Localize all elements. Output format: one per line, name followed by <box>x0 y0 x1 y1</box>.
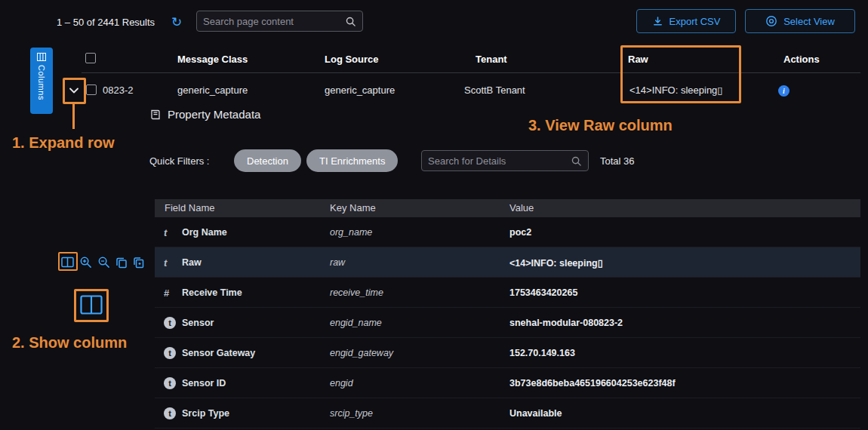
detail-row-org-name[interactable]: t Org Name org_name poc2 <box>155 217 860 247</box>
field-value: 152.70.149.163 <box>509 348 575 358</box>
detail-row-receive-time[interactable]: # Receive Time receive_time 175346342026… <box>155 278 860 308</box>
text-type-circle-icon: t <box>164 377 176 389</box>
columns-tab-label: Columns <box>37 65 46 100</box>
expand-row-connector-line <box>72 104 75 129</box>
row-tenant: ScottB Tenant <box>464 84 525 96</box>
field-name: Receive Time <box>182 287 242 298</box>
col-header-message-class: Message Class <box>177 54 248 65</box>
export-csv-label: Export CSV <box>669 16 721 27</box>
page-search <box>196 11 363 32</box>
field-value: 1753463420265 <box>509 287 577 298</box>
row-checkbox[interactable] <box>86 84 97 95</box>
detail-toolbar <box>61 256 145 269</box>
info-icon[interactable]: i <box>778 85 790 97</box>
show-column-icon-large[interactable] <box>80 295 103 315</box>
key-name: org_name <box>330 227 372 238</box>
details-search <box>421 150 589 171</box>
field-value: 3b73e8d6beba465196604253e623f48f <box>509 378 676 389</box>
select-view-button[interactable]: Select View <box>745 9 855 33</box>
detail-col-value: Value <box>509 202 534 213</box>
detail-col-key-name: Key Name <box>330 202 376 213</box>
property-metadata-title: Property Metadata <box>168 108 260 121</box>
col-header-log-source: Log Source <box>325 54 379 65</box>
download-icon <box>652 16 663 27</box>
col-header-tenant: Tenant <box>476 54 507 65</box>
property-metadata-header: Property Metadata <box>149 108 260 121</box>
detail-row-sensor[interactable]: t Sensor engid_name snehal-modular-08082… <box>155 308 860 338</box>
field-name: Sensor <box>182 318 214 328</box>
details-search-icon <box>571 155 582 167</box>
annotation-expand-row: 1. Expand row <box>12 134 115 152</box>
refresh-icon[interactable]: ↻ <box>171 16 182 29</box>
field-name: Org Name <box>182 227 227 238</box>
copy-icon[interactable] <box>115 256 128 269</box>
key-name: srcip_type <box>330 408 373 419</box>
field-value: snehal-modular-080823-2 <box>509 318 623 328</box>
field-value: poc2 <box>509 227 531 238</box>
text-type-icon: t <box>164 226 167 238</box>
detail-row-sensor-id[interactable]: t Sensor ID engid 3b73e8d6beba4651966042… <box>155 368 860 398</box>
columns-grid-icon <box>37 53 46 61</box>
zoom-in-icon[interactable] <box>79 256 92 269</box>
details-search-input[interactable] <box>428 155 571 167</box>
expand-row-chevron[interactable] <box>67 84 81 97</box>
column-view-icon[interactable] <box>61 256 74 268</box>
number-type-icon: # <box>164 287 169 298</box>
key-name: engid_name <box>330 318 382 328</box>
text-type-circle-icon: t <box>164 317 176 329</box>
results-count: 1 – 50 of 2441 Results <box>57 17 155 28</box>
col-header-actions: Actions <box>783 54 820 65</box>
detail-table-header: Field Name Key Name Value <box>155 199 860 217</box>
page: 1 – 50 of 2441 Results ↻ Export CSV Sele… <box>0 0 868 430</box>
quick-filters-label: Quick Filters : <box>149 155 209 167</box>
row-raw: <14>INFO: sleeping▯ <box>629 84 723 96</box>
key-name: receive_time <box>330 287 383 298</box>
detail-row-sensor-gateway[interactable]: t Sensor Gateway engid_gateway 152.70.14… <box>155 338 860 368</box>
field-name: Sensor ID <box>182 378 226 389</box>
columns-panel-button[interactable]: Columns <box>30 48 53 114</box>
zoom-out-icon[interactable] <box>97 256 110 269</box>
filter-ti-enrichments-button[interactable]: TI Enrichments <box>306 149 398 172</box>
detail-row-raw[interactable]: t Raw raw <14>INFO: sleeping▯ <box>155 247 860 278</box>
export-csv-button[interactable]: Export CSV <box>636 9 736 33</box>
total-count: Total 36 <box>600 155 635 167</box>
select-view-label: Select View <box>783 16 835 27</box>
select-all-checkbox[interactable] <box>85 53 96 63</box>
eye-icon <box>765 15 777 27</box>
search-icon <box>345 16 356 27</box>
row-message-class: generic_capture <box>177 84 248 96</box>
detail-col-field-name: Field Name <box>165 202 214 213</box>
filter-detection-button[interactable]: Detection <box>234 149 301 172</box>
field-value: <14>INFO: sleeping▯ <box>509 256 603 268</box>
page-search-input[interactable] <box>203 16 345 27</box>
annotation-view-raw-column: 3. View Raw column <box>528 117 673 134</box>
field-name: Srcip Type <box>182 408 229 419</box>
key-name: engid <box>330 378 353 389</box>
row-id: 0823-2 <box>103 84 133 96</box>
header-divider <box>82 72 860 73</box>
text-type-circle-icon: t <box>164 407 176 419</box>
key-name: engid_gateway <box>330 348 393 358</box>
annotation-show-column: 2. Show column <box>12 334 127 352</box>
key-name: raw <box>330 257 345 268</box>
field-name: Raw <box>182 257 202 268</box>
row-log-source: generic_capture <box>325 84 395 96</box>
text-type-icon: t <box>164 256 167 268</box>
field-value: Unavailable <box>509 408 562 419</box>
col-header-raw: Raw <box>628 54 648 65</box>
book-icon <box>149 109 162 121</box>
field-name: Sensor Gateway <box>182 348 255 358</box>
text-type-circle-icon: t <box>164 347 176 359</box>
duplicate-icon[interactable] <box>133 256 145 269</box>
detail-row-srcip-type[interactable]: t Srcip Type srcip_type Unavailable <box>155 398 860 428</box>
